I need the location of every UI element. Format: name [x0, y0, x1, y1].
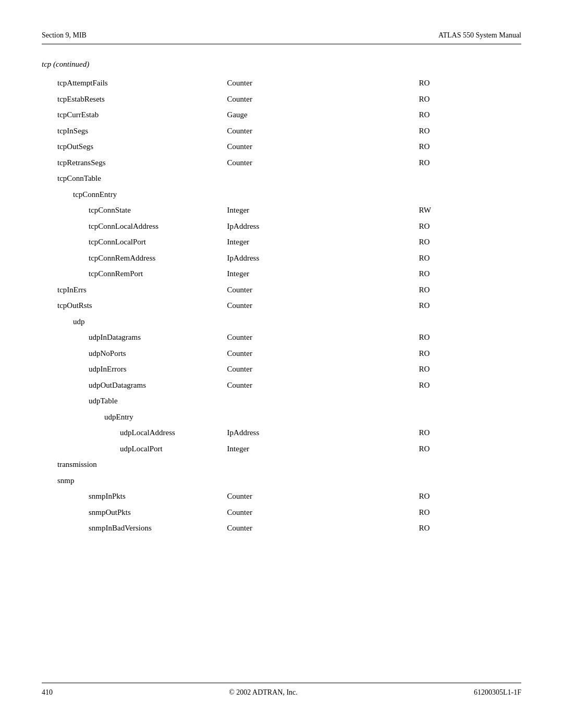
mib-name-cell: udpTable [42, 393, 224, 409]
header-section: Section 9, MIB [42, 31, 87, 40]
mib-access-cell: RO [416, 250, 521, 266]
table-row: udpNoPortsCounterRO [42, 346, 521, 362]
mib-name-cell: tcpConnLocalPort [42, 234, 224, 250]
mib-type-cell [224, 187, 416, 203]
mib-access-cell: RO [416, 91, 521, 107]
mib-type-cell: Counter [224, 377, 416, 393]
mib-type-cell [224, 456, 416, 473]
mib-type-cell: Gauge [224, 107, 416, 123]
header-title: ATLAS 550 System Manual [438, 31, 521, 40]
mib-type-cell: Integer [224, 202, 416, 218]
mib-name-cell: snmpOutPkts [42, 504, 224, 521]
mib-type-cell: IpAddress [224, 218, 416, 235]
table-row: tcpInErrsCounterRO [42, 282, 521, 298]
mib-access-cell: RO [416, 377, 521, 393]
mib-name-cell: tcpOutSegs [42, 139, 224, 155]
mib-type-cell: Integer [224, 441, 416, 457]
mib-name-cell: udp [42, 314, 224, 330]
table-row: udpLocalAddressIpAddressRO [42, 425, 521, 441]
table-row: tcpEstabResetsCounterRO [42, 91, 521, 107]
table-row: udpEntry [42, 409, 521, 425]
mib-table: tcpAttemptFailsCounterROtcpEstabResetsCo… [42, 75, 521, 536]
mib-type-cell: Counter [224, 91, 416, 107]
content-area: tcp (continued) tcpAttemptFailsCounterRO… [42, 60, 521, 667]
mib-type-cell: Counter [224, 346, 416, 362]
footer-page-number: 410 [42, 688, 53, 697]
mib-name-cell: udpInDatagrams [42, 329, 224, 346]
mib-name-cell: snmpInBadVersions [42, 520, 224, 536]
mib-name-cell: tcpConnTable [42, 170, 224, 187]
mib-access-cell: RO [416, 298, 521, 314]
footer-copyright: © 2002 ADTRAN, Inc. [229, 688, 298, 697]
mib-name-cell: udpEntry [42, 409, 224, 425]
mib-access-cell: RO [416, 346, 521, 362]
table-row: tcpConnStateIntegerRW [42, 202, 521, 218]
mib-type-cell [224, 393, 416, 409]
mib-type-cell: Counter [224, 155, 416, 171]
table-row: tcpConnTable [42, 170, 521, 187]
mib-name-cell: udpInErrors [42, 361, 224, 377]
mib-name-cell: tcpConnRemAddress [42, 250, 224, 266]
mib-type-cell: Counter [224, 123, 416, 139]
mib-access-cell: RW [416, 202, 521, 218]
table-row: udpTable [42, 393, 521, 409]
mib-type-cell [224, 314, 416, 330]
mib-access-cell: RO [416, 218, 521, 235]
mib-name-cell: tcpCurrEstab [42, 107, 224, 123]
mib-access-cell: RO [416, 107, 521, 123]
table-row: tcpOutSegsCounterRO [42, 139, 521, 155]
mib-access-cell: RO [416, 123, 521, 139]
mib-type-cell: Integer [224, 266, 416, 282]
mib-type-cell: Counter [224, 139, 416, 155]
mib-access-cell: RO [416, 282, 521, 298]
mib-access-cell: RO [416, 266, 521, 282]
table-row: transmission [42, 456, 521, 473]
mib-access-cell: RO [416, 234, 521, 250]
table-row: udpInErrorsCounterRO [42, 361, 521, 377]
mib-name-cell: udpNoPorts [42, 346, 224, 362]
mib-type-cell [224, 170, 416, 187]
mib-name-cell: tcpEstabResets [42, 91, 224, 107]
table-row: tcpConnEntry [42, 187, 521, 203]
mib-name-cell: tcpConnLocalAddress [42, 218, 224, 235]
mib-name-cell: tcpAttemptFails [42, 75, 224, 91]
table-row: tcpRetransSegsCounterRO [42, 155, 521, 171]
mib-type-cell: Counter [224, 298, 416, 314]
mib-name-cell: tcpConnState [42, 202, 224, 218]
mib-access-cell: RO [416, 155, 521, 171]
page-footer: 410 © 2002 ADTRAN, Inc. 61200305L1-1F [42, 683, 521, 697]
table-row: tcpCurrEstabGaugeRO [42, 107, 521, 123]
mib-name-cell: tcpRetransSegs [42, 155, 224, 171]
mib-name-cell: tcpConnEntry [42, 187, 224, 203]
table-row: snmp [42, 473, 521, 489]
mib-access-cell: RO [416, 75, 521, 91]
table-row: tcpConnRemPortIntegerRO [42, 266, 521, 282]
mib-access-cell: RO [416, 488, 521, 504]
mib-name-cell: udpLocalAddress [42, 425, 224, 441]
mib-access-cell [416, 170, 521, 187]
mib-name-cell: tcpConnRemPort [42, 266, 224, 282]
mib-access-cell: RO [416, 329, 521, 346]
mib-access-cell [416, 409, 521, 425]
page: Section 9, MIB ATLAS 550 System Manual t… [0, 0, 563, 728]
table-row: udpLocalPortIntegerRO [42, 441, 521, 457]
mib-access-cell [416, 187, 521, 203]
mib-access-cell: RO [416, 139, 521, 155]
table-row: snmpInBadVersionsCounterRO [42, 520, 521, 536]
mib-name-cell: tcpOutRsts [42, 298, 224, 314]
mib-type-cell: Counter [224, 329, 416, 346]
table-row: tcpConnLocalPortIntegerRO [42, 234, 521, 250]
mib-access-cell [416, 314, 521, 330]
mib-access-cell: RO [416, 504, 521, 521]
table-row: snmpInPktsCounterRO [42, 488, 521, 504]
mib-access-cell: RO [416, 361, 521, 377]
mib-name-cell: udpLocalPort [42, 441, 224, 457]
mib-type-cell [224, 409, 416, 425]
table-row: tcpOutRstsCounterRO [42, 298, 521, 314]
mib-type-cell: Counter [224, 488, 416, 504]
mib-type-cell: Counter [224, 361, 416, 377]
mib-type-cell: IpAddress [224, 425, 416, 441]
mib-type-cell: Counter [224, 75, 416, 91]
section-label: tcp (continued) [42, 60, 521, 69]
mib-type-cell: IpAddress [224, 250, 416, 266]
